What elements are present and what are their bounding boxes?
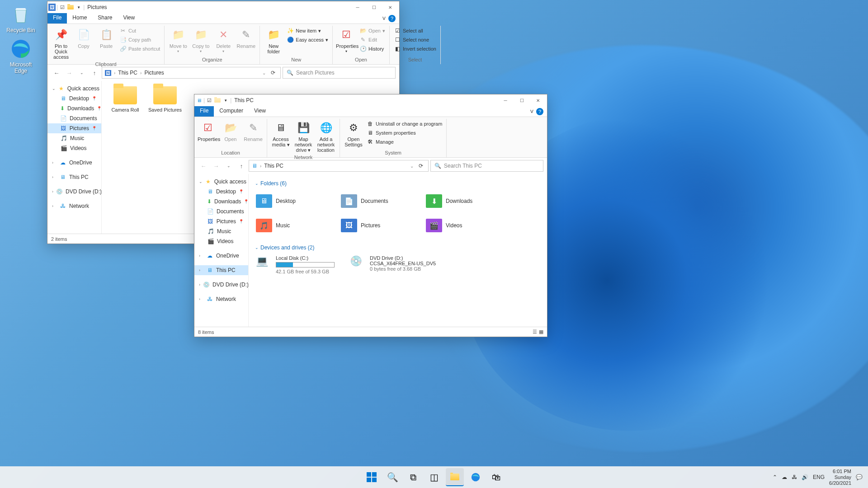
map-drive-button[interactable]: 💾Map network drive ▾ — [292, 120, 314, 154]
drive-item[interactable]: 💿DVD Drive (D:)CCSA_X64FRE_EN-US_DV50 by… — [349, 254, 439, 275]
new-folder-button[interactable]: 📁New folder — [263, 27, 284, 55]
system-tray[interactable]: ⌃ ☁ 🖧 🔊 ENG 6:01 PM Sunday 6/20/2021 💬 — [767, 469, 868, 486]
nav-videos[interactable]: 🎬Videos — [194, 236, 248, 246]
tab-file[interactable]: File — [194, 106, 214, 117]
breadcrumb-pictures[interactable]: Pictures — [144, 70, 164, 76]
titlebar[interactable]: 🖥 | ☑ ▼ | This PC ─ ☐ ✕ — [194, 94, 547, 106]
back-button[interactable]: ← — [51, 67, 62, 78]
folder-downloads[interactable]: ⬇Downloads — [425, 190, 506, 212]
nav-onedrive[interactable]: ›☁OneDrive — [194, 251, 248, 261]
easy-access-button[interactable]: 🔵Easy access ▾ — [285, 36, 330, 44]
invert-selection-button[interactable]: ◧Invert selection — [392, 45, 438, 53]
chevron-right-icon[interactable]: › — [140, 70, 142, 75]
nav-desktop[interactable]: 🖥Desktop📍 — [47, 94, 101, 103]
folder-music[interactable]: 🎵Music — [255, 215, 336, 236]
nav-documents[interactable]: 📄Documents📍 — [194, 206, 248, 216]
nav-this-pc[interactable]: ›🖥This PC — [47, 172, 101, 182]
copy-path-button[interactable]: 📑Copy path — [118, 36, 161, 44]
tray-onedrive-icon[interactable]: ☁ — [782, 474, 787, 480]
paste-shortcut-button[interactable]: 🔗Paste shortcut — [118, 45, 161, 53]
chevron-right-icon[interactable]: › — [114, 70, 115, 75]
ribbon-collapse-icon[interactable]: ᐯ — [382, 16, 386, 21]
search-input[interactable]: 🔍 Search This PC — [430, 160, 543, 172]
tab-computer[interactable]: Computer — [214, 106, 249, 117]
nav-downloads[interactable]: ⬇Downloads📍 — [194, 197, 248, 206]
qat-newfolder-icon[interactable] — [67, 4, 74, 11]
section-drives[interactable]: ⌄Devices and drives (2) — [255, 243, 541, 254]
qat-properties-icon[interactable]: ☑ — [59, 4, 66, 11]
folder-videos[interactable]: 🎬Videos — [425, 215, 506, 236]
nav-pictures[interactable]: 🖼Pictures📍 — [47, 123, 101, 133]
desktop-icon-edge[interactable]: Microsoft Edge — [4, 38, 38, 74]
edit-button[interactable]: ✎Edit — [358, 36, 387, 44]
uninstall-button[interactable]: 🗑Uninstall or change a program — [365, 120, 443, 128]
refresh-button[interactable]: ⟳ — [416, 163, 425, 169]
notifications-icon[interactable]: 💬 — [856, 474, 863, 480]
search-input[interactable]: 🔍 Search Pictures — [283, 67, 396, 79]
start-button[interactable] — [363, 468, 381, 486]
cut-button[interactable]: ✂Cut — [118, 27, 161, 35]
history-dropdown[interactable]: ⌄ — [76, 67, 87, 78]
maximize-button[interactable]: ☐ — [366, 2, 382, 12]
close-button[interactable]: ✕ — [382, 2, 398, 12]
tab-view[interactable]: View — [118, 13, 140, 23]
address-bar[interactable]: 🖥 › This PC ⌄ ⟳ — [249, 160, 429, 172]
properties-button[interactable]: ☑Properties — [197, 120, 219, 143]
clock[interactable]: 6:01 PM Sunday 6/20/2021 — [829, 469, 851, 486]
folder-saved-pictures[interactable]: Saved Pictures — [148, 86, 182, 113]
search-button[interactable]: 🔍 — [383, 468, 401, 486]
paste-button[interactable]: 📋Paste — [95, 27, 117, 50]
help-icon[interactable]: ? — [536, 108, 543, 115]
section-folders[interactable]: ⌄Folders (6) — [255, 178, 541, 190]
minimize-button[interactable]: ─ — [349, 2, 366, 12]
address-dropdown-icon[interactable]: ⌄ — [262, 70, 266, 75]
folder-desktop[interactable]: 🖥Desktop — [255, 190, 336, 212]
tab-share[interactable]: Share — [92, 13, 118, 23]
qat-chevron-down-icon[interactable]: ▼ — [75, 4, 82, 11]
nav-desktop[interactable]: 🖥Desktop📍 — [194, 187, 248, 197]
nav-onedrive[interactable]: ›☁OneDrive — [47, 158, 101, 168]
titlebar[interactable]: 🖼 | ☑ ▼ | Pictures ─ ☐ ✕ — [47, 1, 399, 13]
nav-music[interactable]: 🎵Music — [194, 226, 248, 236]
nav-quick-access[interactable]: ⌄★Quick access — [47, 84, 101, 94]
add-location-button[interactable]: 🌐Add a network location — [315, 120, 337, 154]
navigation-pane[interactable]: ⌄★Quick access 🖥Desktop📍 ⬇Downloads📍 📄Do… — [194, 174, 249, 327]
taskbar[interactable]: 🔍 ⧉ ◫ 🛍 ⌃ ☁ 🖧 🔊 ENG 6:01 PM Sunday 6/20/… — [0, 466, 868, 488]
folder-documents[interactable]: 📄Documents — [340, 190, 421, 212]
history-dropdown[interactable]: ⌄ — [223, 160, 234, 171]
nav-pictures[interactable]: 🖼Pictures📍 — [194, 216, 248, 226]
details-view-button[interactable]: ☰ — [533, 329, 537, 335]
copy-to-button[interactable]: 📁Copy to▾ — [190, 27, 212, 55]
forward-button[interactable]: → — [211, 160, 222, 171]
store-button[interactable]: 🛍 — [487, 468, 505, 486]
tab-home[interactable]: Home — [67, 13, 92, 23]
tab-file[interactable]: File — [47, 13, 67, 23]
nav-downloads[interactable]: ⬇Downloads📍 — [47, 103, 101, 113]
rename-button[interactable]: ✎Rename — [242, 120, 264, 143]
new-item-button[interactable]: ✨New item ▾ — [285, 27, 330, 35]
nav-dvd[interactable]: ›💿DVD Drive (D:) CCSA — [194, 280, 248, 290]
breadcrumb-thispc[interactable]: This PC — [264, 163, 283, 169]
breadcrumb-thispc[interactable]: This PC — [118, 70, 137, 76]
nav-videos[interactable]: 🎬Videos — [47, 143, 101, 153]
nav-this-pc[interactable]: ›🖥This PC — [194, 265, 248, 275]
tray-network-icon[interactable]: 🖧 — [792, 474, 797, 480]
select-all-button[interactable]: ☑Select all — [392, 27, 438, 35]
back-button[interactable]: ← — [198, 160, 209, 171]
desktop-icon-recycle-bin[interactable]: Recycle Bin — [4, 4, 38, 33]
history-button[interactable]: 🕑History — [358, 45, 387, 53]
open-button[interactable]: 📂Open ▾ — [358, 27, 387, 35]
open-settings-button[interactable]: ⚙Open Settings — [343, 120, 364, 148]
copy-button[interactable]: 📄Copy — [73, 27, 94, 50]
nav-music[interactable]: 🎵Music — [47, 133, 101, 143]
tab-view[interactable]: View — [249, 106, 271, 117]
edge-button[interactable] — [467, 468, 485, 486]
folder-camera-roll[interactable]: Camera Roll — [108, 86, 142, 113]
tray-volume-icon[interactable]: 🔊 — [802, 474, 808, 480]
minimize-button[interactable]: ─ — [497, 95, 514, 105]
manage-button[interactable]: 🛠Manage — [365, 138, 443, 146]
content-area[interactable]: ⌄Folders (6) 🖥Desktop📄Documents⬇Download… — [249, 174, 547, 327]
maximize-button[interactable]: ☐ — [514, 95, 530, 105]
up-button[interactable]: ↑ — [89, 67, 100, 78]
forward-button[interactable]: → — [64, 67, 75, 78]
